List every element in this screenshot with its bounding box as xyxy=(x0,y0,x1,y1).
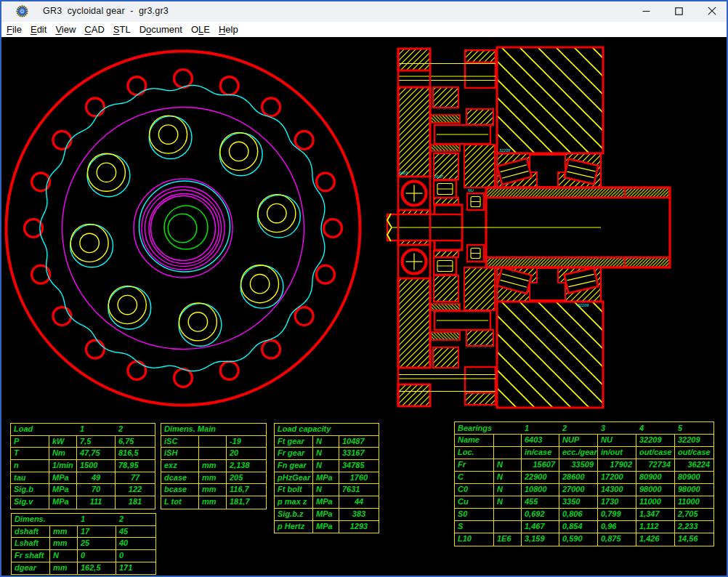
table-cell: Ft gear xyxy=(275,436,313,448)
table-row: CN2290028600172008090080900 xyxy=(455,472,713,484)
table-cell: 80900 xyxy=(675,472,713,483)
table-cell: p max z xyxy=(275,496,313,508)
table-cell: mm xyxy=(199,460,227,472)
menu-file[interactable]: File xyxy=(2,22,26,37)
table-cell: 40 xyxy=(116,538,155,549)
menu-ole[interactable]: OLE xyxy=(187,22,214,37)
table-column-number: 2 xyxy=(119,514,124,525)
table-row: dcasemm205 xyxy=(161,472,266,485)
menu-document[interactable]: Document xyxy=(135,22,187,37)
table-header: Load12 xyxy=(11,424,155,436)
table-cell: mm xyxy=(199,484,227,496)
table-row: L101E63,1590,5900,8751,42614,56 xyxy=(455,533,713,546)
table-cell: -19 xyxy=(227,436,266,448)
table-cell: 0 xyxy=(116,550,155,562)
app-icon xyxy=(16,5,28,17)
table-row: Ft gearN10487 xyxy=(275,436,379,448)
table-column-number: 1 xyxy=(80,424,84,435)
table-row: C0N1080027000143009800098000 xyxy=(455,484,713,496)
menu-edit[interactable]: Edit xyxy=(26,22,51,37)
table-cell: Name xyxy=(455,435,494,446)
table-cell: 383 xyxy=(339,509,379,520)
menu-cad[interactable]: CAD xyxy=(80,22,108,37)
table-cell: Fr shaft xyxy=(12,550,50,562)
table-cell: 181,7 xyxy=(227,496,266,509)
drawing-canvas[interactable]: 6403 NUP NU 32209 32209 Load12PkW7,56,75… xyxy=(1,37,727,576)
table-cell: 32209 xyxy=(675,435,713,446)
table-cell: 80900 xyxy=(636,472,675,483)
table-load: Load12PkW7,56,75TNm47,75816,5n1/min15007… xyxy=(10,423,155,509)
table-cell: 20 xyxy=(227,448,266,459)
table-cell: 122 xyxy=(116,484,155,496)
table-cell: p Hertz xyxy=(275,521,313,533)
table-cell: 17902 xyxy=(598,459,636,471)
menu-stl[interactable]: STL xyxy=(109,22,135,37)
table-row: n1/min150078,95 xyxy=(11,460,155,472)
menu-view[interactable]: View xyxy=(51,22,80,37)
table-cell: 11000 xyxy=(636,496,675,508)
table-cell: 455 xyxy=(522,496,559,508)
table-cell xyxy=(494,509,522,520)
close-button[interactable] xyxy=(695,0,728,22)
table-cell: 1,467 xyxy=(522,521,559,533)
table-bearings: Bearings12345Name6403NUPNU3220932209Loc.… xyxy=(454,421,714,546)
bearing-label-nup: NUP xyxy=(434,174,443,179)
table-cell: 0,590 xyxy=(559,533,598,546)
table-cell: bcase xyxy=(161,484,199,496)
table-cell: 34785 xyxy=(339,460,379,472)
table-cell: 181 xyxy=(116,496,155,509)
table-cell: MPa xyxy=(49,496,77,509)
table-cell: Sig.b.z xyxy=(275,509,313,520)
table-title: Dimens. Main xyxy=(164,424,216,435)
table-cell: MPa xyxy=(49,484,77,496)
table-header: Load capacity xyxy=(275,424,379,436)
table-cell: 0,799 xyxy=(598,509,636,520)
table-column-number: 2 xyxy=(562,422,567,434)
table-cell: 28600 xyxy=(559,472,598,483)
table-cell: 0,854 xyxy=(559,521,598,533)
menubar: FileEditViewCADSTLDocumentOLEHelp xyxy=(0,22,728,37)
menu-help[interactable]: Help xyxy=(214,22,243,37)
table-row: TNm47,75816,5 xyxy=(11,448,155,460)
table-cell: N xyxy=(313,436,339,448)
table-cell: P xyxy=(11,436,49,448)
table-row: Sig.bMPa70122 xyxy=(11,484,155,496)
table-cell: dgear xyxy=(12,562,50,575)
table-row: Name6403NUPNU3220932209 xyxy=(455,435,713,447)
table-cell: dcase xyxy=(161,472,199,484)
table-cell: N xyxy=(494,459,522,471)
table-cell: Fr xyxy=(455,459,494,471)
table-cell: ecc./gear xyxy=(559,447,598,459)
table-title: Load xyxy=(14,424,33,435)
window-border-left xyxy=(0,0,1,577)
table-row: Fr shaftN00 xyxy=(12,550,155,562)
table-cell: N xyxy=(313,484,339,496)
maximize-button[interactable] xyxy=(663,0,695,22)
table-cell: L tot xyxy=(161,496,199,509)
table-cell: 816,5 xyxy=(116,448,155,459)
table-cell: 1500 xyxy=(77,460,116,472)
table-cell: 14,56 xyxy=(675,533,713,546)
table-cell: S0 xyxy=(455,509,494,520)
table-cell: 78,95 xyxy=(116,460,155,472)
table-cell: 2,233 xyxy=(675,521,713,533)
table-cell: 33167 xyxy=(339,448,379,459)
table-cell: Sig.v xyxy=(11,496,49,509)
table-row: Loc.in/caseecc./gearin/outout/caseout/ca… xyxy=(455,447,713,459)
table-dimens: Dimens.12dshaftmm1745Lshaftmm2540Fr shaf… xyxy=(11,513,156,575)
app-window: GR3 cycloidal gear - gr3.gr3 FileEditVie… xyxy=(0,0,728,577)
bearing-label-6403: 6403 xyxy=(399,171,408,175)
table-cell: 1293 xyxy=(339,521,379,533)
table-column-number: 3 xyxy=(601,422,605,434)
window-controls xyxy=(630,0,728,22)
table-title: Dimens. xyxy=(15,514,46,525)
table-cell: MPa xyxy=(49,472,77,484)
table-cell: Sig.b xyxy=(11,484,49,496)
table-cell: N xyxy=(494,472,522,483)
table-cell: N xyxy=(313,448,339,459)
table-cell: mm xyxy=(50,526,78,538)
minimize-button[interactable] xyxy=(630,0,663,22)
table-cell: 17200 xyxy=(598,472,636,483)
table-row: pHzGearMPa1760 xyxy=(275,472,379,485)
table-row: Fn gearN34785 xyxy=(275,460,379,472)
